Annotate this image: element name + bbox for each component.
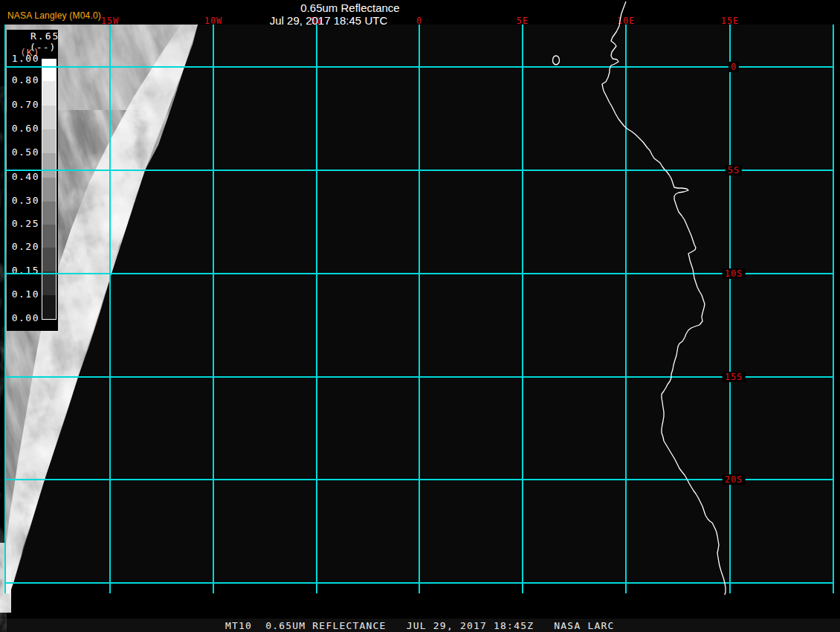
colorbar-tick-0.40: 0.40 xyxy=(7,171,39,183)
satellite-imagery-swath xyxy=(0,0,840,632)
gridline-lon-15E xyxy=(729,25,731,593)
colorbar-tick-0.70: 0.70 xyxy=(7,99,39,111)
gridline-lat-0 xyxy=(5,66,833,68)
colorbar-tick-0.25: 0.25 xyxy=(7,218,39,230)
colorbar-segment-3 xyxy=(42,129,56,153)
gridline-lon-0 xyxy=(419,25,420,593)
gridline-lat-10S xyxy=(5,273,833,274)
gridline-lon-15W xyxy=(109,25,111,593)
colorbar-tick-0.10: 0.10 xyxy=(7,288,39,300)
colorbar-title: R.65 xyxy=(30,30,59,42)
lat-label-10S: 10S xyxy=(723,268,746,279)
colorbar-segment-2 xyxy=(42,106,56,129)
colorbar-segment-10 xyxy=(42,295,56,319)
lat-label-5S: 5S xyxy=(726,165,742,175)
colorbar-tick-0.60: 0.60 xyxy=(7,123,39,135)
colorbar-tick-1.00: 1.00 xyxy=(7,53,39,65)
lat-label-15S: 15S xyxy=(723,372,746,382)
colorbar-segment-9 xyxy=(42,271,56,295)
colorbar-tick-0.80: 0.80 xyxy=(7,74,39,86)
gridline-lon-10E xyxy=(625,25,627,593)
lat-label-20S: 20S xyxy=(723,474,746,485)
colorbar-scale xyxy=(42,59,56,320)
map-border-left xyxy=(4,25,6,593)
gridline-lon-10W xyxy=(213,25,214,593)
gridline-lon-5E xyxy=(522,25,523,593)
colorbar-tick-0.00: 0.00 xyxy=(7,312,39,324)
colorbar-tick-0.30: 0.30 xyxy=(7,195,39,207)
colorbar-segment-0 xyxy=(42,59,56,81)
colorbar-segment-4 xyxy=(42,153,56,178)
colorbar-tick-0.15: 0.15 xyxy=(7,265,39,277)
satellite-image-viewer: NASA Langley (M04.0) 0.65um Reflectance … xyxy=(0,0,840,632)
gridline-lat-5S xyxy=(5,170,833,171)
gridline-lat-unlabeled xyxy=(5,582,833,584)
colorbar: R.65 (--) (K) 1.000.800.700.600.500.400.… xyxy=(7,30,58,331)
lat-label-0: 0 xyxy=(728,62,739,72)
page-title: 0.65um Reflectance xyxy=(300,1,399,14)
colorbar-segment-6 xyxy=(42,201,56,225)
brand-label: NASA Langley (M04.0) xyxy=(7,10,101,21)
colorbar-tick-0.50: 0.50 xyxy=(7,146,39,158)
colorbar-segment-5 xyxy=(42,178,56,201)
title-datetime: Jul 29, 2017 18:45 UTC xyxy=(270,14,387,27)
colorbar-tick-0.20: 0.20 xyxy=(7,241,39,253)
colorbar-segment-8 xyxy=(42,248,56,271)
colorbar-segment-7 xyxy=(42,225,56,248)
colorbar-segment-1 xyxy=(42,81,56,106)
map-border-right xyxy=(833,25,834,593)
gridline-lat-15S xyxy=(5,376,833,378)
gridline-lon-5W xyxy=(316,25,317,593)
gridline-lat-20S xyxy=(5,479,833,480)
